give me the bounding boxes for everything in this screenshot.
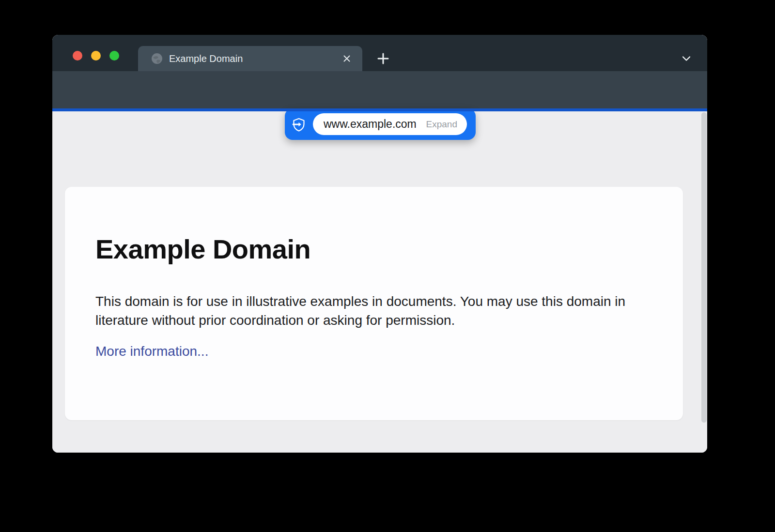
browser-window: Example Domain	[52, 35, 707, 453]
more-information-link[interactable]: More information...	[95, 344, 208, 359]
tab-search-chevron-icon[interactable]	[678, 50, 695, 67]
content-card: Example Domain This domain is for use in…	[65, 187, 683, 420]
page-heading: Example Domain	[95, 234, 310, 264]
isolation-domain: www.example.com	[324, 118, 426, 131]
traffic-close-button[interactable]	[73, 51, 82, 61]
isolation-indicator[interactable]: www.example.com Expand	[285, 108, 476, 140]
tab-close-icon[interactable]	[341, 53, 353, 64]
expand-button[interactable]: Expand	[426, 119, 457, 130]
page-viewport: Example Domain This domain is for use in…	[52, 111, 707, 453]
toolbar: browser-beta.cloudflareaccess.com/... C	[52, 71, 707, 108]
tab-example-domain[interactable]: Example Domain	[138, 46, 362, 71]
globe-favicon-icon	[151, 52, 163, 65]
isolation-domain-pill: www.example.com Expand	[313, 113, 467, 135]
vertical-scrollbar-thumb[interactable]	[701, 112, 707, 423]
tab-strip: Example Domain	[52, 35, 707, 71]
new-tab-button[interactable]	[374, 50, 392, 67]
traffic-zoom-button[interactable]	[109, 51, 119, 61]
page-paragraph: This domain is for use in illustrative e…	[95, 292, 653, 330]
shield-arrow-icon	[291, 117, 307, 132]
tab-title: Example Domain	[169, 53, 243, 64]
traffic-minimize-button[interactable]	[91, 51, 101, 61]
isolation-accent-line	[52, 108, 707, 111]
